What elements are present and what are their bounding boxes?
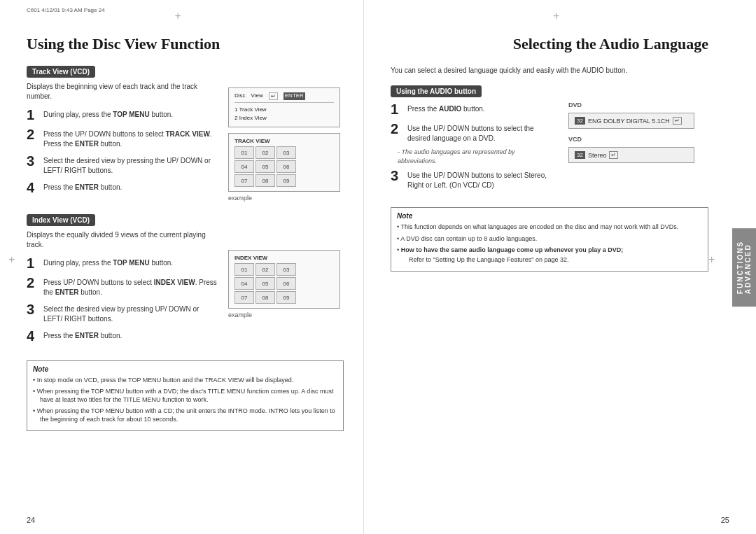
right-page: Selecting the Audio Language You can sel…: [364, 0, 756, 534]
left-note-title: Note: [33, 365, 337, 373]
audio-step-3: 3 Use the UP/ DOWN buttons to select Ste…: [391, 168, 550, 190]
index-step-2-text: Press UP/ DOWN buttons to select INDEX V…: [43, 275, 217, 297]
track-view-badge: Track View (VCD): [27, 66, 95, 78]
index-view-desc: Displays the equally divided 9 views of …: [27, 230, 217, 250]
audio-step-1-text: Press the AUDIO button.: [407, 101, 485, 114]
right-note-box: Note • This function depends on what lan…: [391, 207, 708, 272]
advanced-functions-tab: ADVANCEDFUNCTIONS: [732, 227, 756, 306]
audio-step-1: 1 Press the AUDIO button.: [391, 101, 550, 117]
track-step-2: 2 Press the UP/ DOWN buttons to select T…: [27, 127, 217, 149]
left-page: C601 4/12/01 9:43 AM Page 24 Using the D…: [0, 0, 364, 534]
index-grid: 01 02 03 04 05 06 07 08 09: [234, 263, 334, 304]
right-intro: You can select a desired language quickl…: [391, 66, 708, 76]
dvd-label: DVD: [568, 101, 708, 108]
right-note-text: • This function depends on what language…: [397, 223, 702, 265]
index-step-1: 1 During play, press the TOP MENU button…: [27, 255, 217, 271]
index-view-grid-label: INDEX VIEW: [234, 255, 334, 261]
track-step-3: 3 Select the desired view by pressing th…: [27, 153, 217, 176]
index-view-section: Index View (VCD) Displays the equally di…: [27, 214, 344, 348]
right-note-title: Note: [397, 212, 702, 220]
index-step-4: 4 Press the ENTER button.: [27, 328, 217, 344]
track-view-grid-label: TRACK VIEW: [234, 138, 334, 144]
display-examples-col: DVD 32 ENG DOLBY DIGITAL 5.1CH ↵: [568, 101, 708, 167]
track-example-label: example: [228, 195, 344, 202]
crosshair-top-right: [554, 13, 566, 24]
index-example-label: example: [228, 311, 344, 318]
left-page-title: Using the Disc View Function: [27, 35, 344, 53]
track-view-example: Disc View ↵ ENTER 1 Track View 2 Index V…: [228, 82, 344, 202]
audio-step-2-text: Use the UP/ DOWN buttons to select the d…: [407, 121, 550, 143]
track-step-2-text: Press the UP/ DOWN buttons to select TRA…: [43, 127, 217, 149]
vcd-label: VCD: [568, 136, 708, 143]
index-view-badge: Index View (VCD): [27, 214, 95, 226]
page-wrapper: C601 4/12/01 9:43 AM Page 24 Using the D…: [0, 0, 756, 534]
audio-step-2: 2 Use the UP/ DOWN buttons to select the…: [391, 121, 550, 143]
track-view-grid-box: TRACK VIEW 01 02 03 04 05 06 07 08 09: [228, 133, 340, 192]
crosshair-mid-right: [710, 256, 721, 267]
audio-step-3-text: Use the UP/ DOWN buttons to select Stere…: [407, 168, 550, 190]
audio-italic-note: - The audio languages are represented by…: [398, 148, 550, 165]
track-step-1: 1 During play, press the TOP MENU button…: [27, 107, 217, 122]
audio-button-badge: Using the AUDIO button: [391, 85, 482, 97]
vcd-display: 32 Stereo ↵: [568, 147, 694, 163]
track-step-4: 4 Press the ENTER button.: [27, 180, 217, 195]
index-view-grid-box: INDEX VIEW 01 02 03 04 05 06 07 08 09: [228, 250, 340, 309]
left-note-box: Note • In stop mode on VCD, press the TO…: [27, 360, 344, 431]
track-view-section: Track View (VCD) Displays the beginning …: [27, 66, 344, 202]
track-view-desc: Displays the beginning view of each trac…: [27, 82, 217, 101]
index-step-3-text: Select the desired view by pressing UP/ …: [43, 302, 217, 324]
dvd-content-text: ENG DOLBY DIGITAL 5.1CH: [588, 118, 670, 125]
page-number-left: 24: [27, 516, 35, 524]
vcd-content-text: Stereo: [588, 152, 607, 159]
right-page-title: Selecting the Audio Language: [391, 35, 708, 53]
page-number-right: 25: [721, 516, 729, 524]
index-step-1-text: During play, press the TOP MENU button.: [43, 255, 173, 268]
index-step-4-text: Press the ENTER button.: [43, 328, 122, 341]
dvd-display: 32 ENG DOLBY DIGITAL 5.1CH ↵: [568, 113, 694, 129]
left-note-text: • In stop mode on VCD, press the TOP MEN…: [33, 376, 337, 424]
index-view-example: INDEX VIEW 01 02 03 04 05 06 07 08 09: [228, 230, 344, 318]
track-step-3-text: Select the desired view by pressing the …: [43, 153, 217, 176]
index-step-3: 3 Select the desired view by pressing UP…: [27, 302, 217, 324]
track-grid: 01 02 03 04 05 06 07 08 09: [234, 146, 334, 187]
track-step-4-text: Press the ENTER button.: [43, 180, 122, 192]
audio-button-section: Using the AUDIO button 1 Press the AUDIO…: [391, 85, 708, 195]
header-meta: C601 4/12/01 9:43 AM Page 24: [27, 7, 105, 13]
crosshair-top-left: [176, 13, 188, 24]
disc-view-mockup: Disc View ↵ ENTER 1 Track View 2 Index V…: [228, 87, 340, 127]
index-step-2: 2 Press UP/ DOWN buttons to select INDEX…: [27, 275, 217, 297]
advanced-tab-text: ADVANCEDFUNCTIONS: [736, 240, 752, 293]
track-step-1-text: During play, press the TOP MENU button.: [43, 107, 173, 120]
crosshair-mid-left: [10, 256, 21, 267]
